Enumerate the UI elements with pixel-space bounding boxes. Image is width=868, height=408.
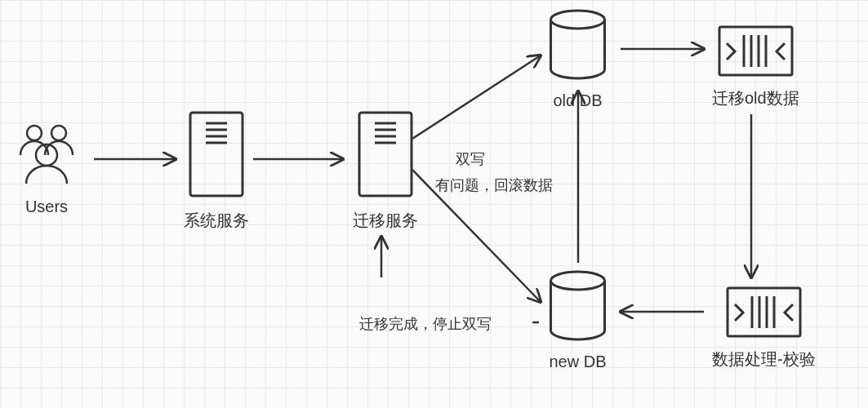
- svg-line-31: [412, 55, 541, 139]
- system-service-label: 系统服务: [184, 210, 249, 232]
- svg-rect-24: [728, 288, 800, 336]
- migration-service-label: 迁移服务: [353, 210, 418, 232]
- svg-point-13: [551, 11, 605, 29]
- users-label: Users: [10, 197, 83, 216]
- users-icon: [10, 122, 83, 188]
- data-process-verify-label: 数据处理-校验: [712, 348, 816, 370]
- node-migration-service: 迁移服务: [353, 110, 418, 232]
- old-db-label: old DB: [547, 91, 608, 110]
- svg-point-1: [51, 126, 66, 140]
- svg-rect-3: [190, 113, 243, 196]
- queue-icon: [725, 286, 803, 339]
- server-icon: [357, 110, 414, 200]
- database-icon: [547, 8, 608, 82]
- node-old-db: old DB: [547, 8, 608, 110]
- new-db-label: new DB: [547, 353, 608, 371]
- svg-rect-16: [719, 27, 792, 75]
- node-system-service: 系统服务: [184, 110, 249, 232]
- svg-point-21: [551, 272, 605, 290]
- edge-label-dual-write: 双写: [456, 149, 485, 169]
- node-users: Users: [10, 122, 83, 216]
- node-migrate-old-data: 迁移old数据: [712, 24, 799, 109]
- node-data-process-verify: 数据处理-校验: [712, 286, 816, 370]
- server-icon: [188, 110, 245, 200]
- edge-label-rollback: 有问题，回滚数据: [435, 175, 553, 195]
- svg-rect-8: [359, 113, 412, 196]
- edge-label-migration-done: 迁移完成，停止双写: [359, 314, 492, 334]
- database-icon: [547, 269, 608, 343]
- svg-point-0: [27, 126, 42, 140]
- queue-icon: [717, 24, 795, 78]
- node-new-db: new DB: [547, 269, 608, 371]
- migrate-old-data-label: 迁移old数据: [712, 87, 799, 109]
